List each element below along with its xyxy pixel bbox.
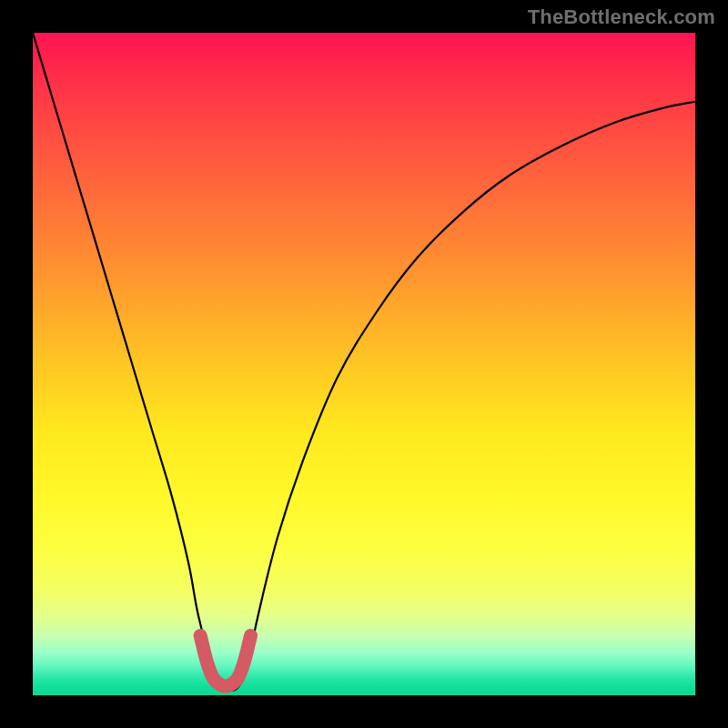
bottleneck-curve <box>33 33 695 691</box>
curves-layer <box>33 33 695 695</box>
optimal-range-highlight <box>200 635 250 686</box>
plot-area <box>33 33 695 695</box>
watermark-text: TheBottleneck.com <box>528 5 715 29</box>
chart-frame: TheBottleneck.com <box>0 0 728 728</box>
